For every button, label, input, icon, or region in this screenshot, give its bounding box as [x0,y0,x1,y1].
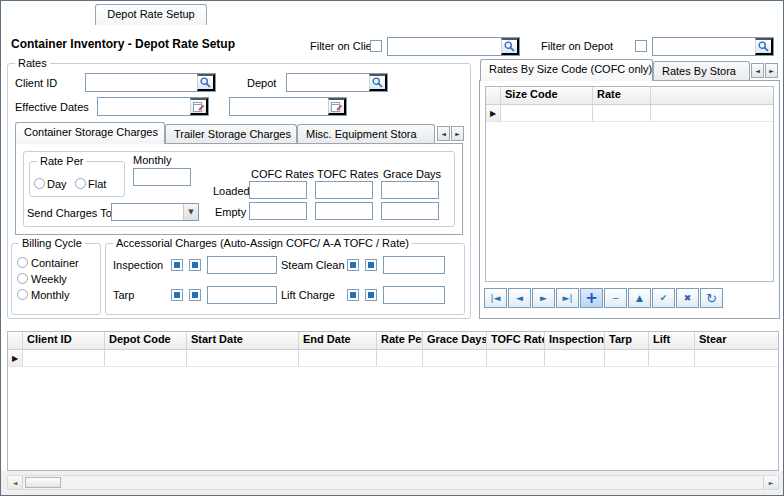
lift-charge-cofc-checkbox[interactable] [347,289,359,301]
cell-lift[interactable] [649,350,695,366]
nav-insert-button[interactable]: + [580,288,603,308]
effective-date-from-input[interactable] [98,98,190,115]
size-tabs-scroll-left-button[interactable]: ◄ [751,63,764,78]
lift-charge-tofc-checkbox[interactable] [365,289,377,301]
effective-date-to-field [229,97,347,116]
steam-clean-rate-input[interactable] [384,257,444,273]
filter-depot-lookup-button[interactable] [755,38,773,55]
rate-per-flat-radio[interactable] [75,178,86,189]
billing-container-radio[interactable] [17,257,28,268]
send-charges-to-label: Send Charges To [27,207,112,219]
inspection-tofc-checkbox[interactable] [189,259,201,271]
nav-cancel-button[interactable]: ✖ [676,288,699,308]
storage-tabs-scroll-left-button[interactable]: ◄ [437,126,450,141]
size-grid-row-filler [651,105,773,121]
header-end-date[interactable]: End Date [299,332,377,349]
scrollbar-left-button[interactable]: ◄ [8,476,23,489]
cell-client-id[interactable] [23,350,105,366]
header-start-date[interactable]: Start Date [187,332,299,349]
nav-last-button[interactable]: ►| [556,288,579,308]
scrollbar-thumb[interactable] [25,477,61,488]
empty-grace-days-input[interactable] [382,203,438,219]
loaded-grace-days-input[interactable] [382,182,438,198]
cell-inspection[interactable] [545,350,605,366]
scrollbar-track[interactable] [23,476,763,489]
filter-depot-input[interactable] [653,38,755,55]
billing-monthly-radio[interactable] [17,289,28,300]
size-code-column-header[interactable]: Size Code [501,87,593,104]
effective-date-to-picker-button[interactable] [328,98,346,115]
effective-date-to-input[interactable] [230,98,328,115]
loaded-tofc-input[interactable] [316,182,372,198]
horizontal-scrollbar[interactable]: ◄ ► [7,475,779,490]
cell-grace-days[interactable] [423,350,487,366]
header-steam[interactable]: Stear [695,332,778,349]
nav-refresh-button[interactable]: ↻ [700,288,723,308]
header-client-id[interactable]: Client ID [23,332,105,349]
header-depot-code[interactable]: Depot Code [105,332,187,349]
depot-input[interactable] [287,74,369,91]
scrollbar-right-button[interactable]: ► [763,476,778,489]
effective-date-from-picker-button[interactable] [190,98,208,115]
filter-on-client-checkbox[interactable] [370,40,382,52]
cell-start-date[interactable] [187,350,299,366]
monthly-input[interactable] [134,169,190,185]
rate-cell[interactable] [593,105,651,121]
refresh-icon: ↻ [706,291,717,306]
tab-rates-by-storage[interactable]: Rates By Stora [653,61,750,81]
size-grid-row[interactable]: ▶ [486,105,773,122]
header-tofc-rate[interactable]: TOFC Rate [487,332,545,349]
header-grace-days[interactable]: Grace Days [423,332,487,349]
lift-charge-rate-input[interactable] [384,287,444,303]
cell-tofc-rate[interactable] [487,350,545,366]
nav-prior-button[interactable]: ◄ [508,288,531,308]
dropdown-arrow-icon[interactable]: ▼ [183,204,198,220]
bottom-grid-row-indicator: ▶ [8,350,23,366]
billing-weekly-radio[interactable] [17,273,28,284]
size-code-cell[interactable] [501,105,593,121]
inspection-rate-input[interactable] [208,257,276,273]
header-rate-per[interactable]: Rate Per [377,332,423,349]
header-inspection[interactable]: Inspection [545,332,605,349]
bottom-grid-indicator-header [8,332,23,349]
storage-tabs-scroll-right-button[interactable]: ► [451,126,464,141]
loaded-cofc-input[interactable] [250,182,306,198]
inspection-cofc-checkbox[interactable] [171,259,183,271]
header-lift[interactable]: Lift [649,332,695,349]
tab-depot-rate-setup[interactable]: Depot Rate Setup [95,4,207,25]
rate-per-day-radio[interactable] [34,178,45,189]
header-tarp[interactable]: Tarp [605,332,649,349]
nav-post-button[interactable]: ✔ [652,288,675,308]
cell-end-date[interactable] [299,350,377,366]
tarp-tofc-checkbox[interactable] [189,289,201,301]
tab-rates-by-size-code[interactable]: Rates By Size Code (COFC only) [480,59,653,81]
empty-cofc-input[interactable] [250,203,306,219]
filter-on-depot-checkbox[interactable] [635,40,647,52]
tarp-cofc-checkbox[interactable] [171,289,183,301]
rates-group-label: Rates [15,57,50,69]
nav-first-button[interactable]: |◄ [484,288,507,308]
tab-container-storage-charges[interactable]: Container Storage Charges [15,122,165,144]
nav-edit-button[interactable]: ▲ [628,288,651,308]
depot-lookup-button[interactable] [369,74,387,91]
tab-trailer-storage-charges[interactable]: Trailer Storage Charges [165,124,297,144]
empty-tofc-input[interactable] [316,203,372,219]
filter-client-lookup-button[interactable] [501,38,519,55]
steam-clean-tofc-checkbox[interactable] [365,259,377,271]
cell-tarp[interactable] [605,350,649,366]
size-tabs-scroll-right-button[interactable]: ► [765,63,778,78]
tarp-rate-input[interactable] [208,287,276,303]
filter-client-input[interactable] [388,38,501,55]
client-id-input[interactable] [86,74,197,91]
nav-delete-button[interactable]: − [604,288,627,308]
client-id-lookup-button[interactable] [197,74,215,91]
tab-misc-equipment-storage[interactable]: Misc. Equipment Stora [297,124,435,144]
steam-clean-cofc-checkbox[interactable] [347,259,359,271]
cell-rate-per[interactable] [377,350,423,366]
cell-depot-code[interactable] [105,350,187,366]
send-charges-to-combobox[interactable]: ▼ [111,203,199,221]
nav-next-button[interactable]: ► [532,288,555,308]
rate-column-header[interactable]: Rate [593,87,651,104]
depot-rates-grid-row[interactable]: ▶ [8,350,778,367]
date-picker-icon [330,100,343,113]
